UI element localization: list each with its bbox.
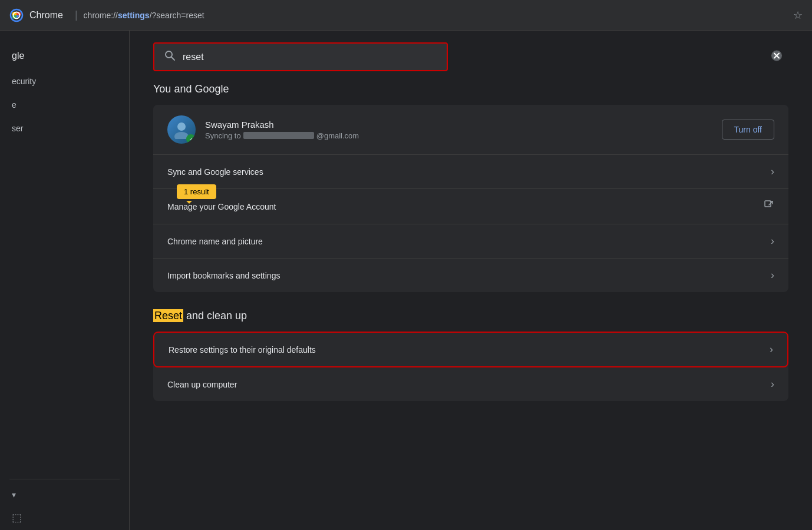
turn-off-button[interactable]: Turn off [722,120,774,140]
sidebar-item-ser[interactable]: ser [0,117,129,140]
titlebar-divider: | [75,9,78,21]
chrome-name-picture-label: Chrome name and picture [167,237,771,246]
sync-google-services-item[interactable]: Sync and Google services › [153,155,788,189]
sidebar-item-security[interactable]: ecurity [0,69,129,93]
sidebar-external-link-icon[interactable]: ⬚ [0,505,129,530]
search-box[interactable] [153,42,448,71]
profile-email: Syncing to @gmail.com [205,131,722,140]
main-layout: gle ecurity e ser ▾ ⬚ [0,31,812,530]
chrome-name-arrow-icon: › [771,235,774,247]
sidebar-item-e[interactable]: e [0,93,129,117]
profile-info: Swayam Prakash Syncing to @gmail.com [205,120,722,140]
you-and-google-title: You and Google [153,83,788,95]
import-bookmarks-item[interactable]: Import bookmarks and settings › [153,259,788,292]
cleanup-computer-item[interactable]: Clean up computer › [153,367,788,401]
email-redacted [243,132,314,139]
profile-row: ✓ Swayam Prakash Syncing to @gmail.com T… [153,105,788,155]
chrome-browser-label: Chrome [29,10,63,21]
sidebar-item-google[interactable]: gle [0,42,129,69]
email-suffix: @gmail.com [316,131,359,140]
cleanup-label: Clean up computer [167,380,771,389]
reset-section-title: Reset and clean up [153,310,788,322]
sidebar-collapse-icon[interactable]: ▾ [0,484,129,505]
restore-settings-arrow-icon: › [770,343,773,356]
url-suffix: /?search=reset [150,11,204,20]
sidebar: gle ecurity e ser ▾ ⬚ [0,31,130,530]
settings-content: You and Google ✓ [130,31,812,530]
syncing-prefix: Syncing to [205,131,241,140]
cleanup-arrow-icon: › [771,378,774,390]
manage-google-account-item[interactable]: 1 result Manage your Google Account [153,189,788,224]
sync-services-arrow-icon: › [771,165,774,178]
avatar: ✓ [167,115,196,144]
search-result-tooltip: 1 result [177,184,216,199]
sync-services-label: Sync and Google services [167,167,771,177]
sync-badge: ✓ [186,134,196,144]
search-container [130,31,812,83]
search-icon [164,49,176,64]
search-input[interactable] [183,52,437,62]
reset-suffix: and clean up [183,310,247,322]
chrome-icon [9,8,24,22]
manage-account-external-icon [764,200,774,213]
search-clear-icon[interactable] [771,49,783,64]
svg-line-4 [171,57,175,61]
titlebar: Chrome | chrome://settings/?search=reset… [0,0,812,31]
restore-settings-label: Restore settings to their original defau… [169,345,770,355]
restore-settings-item[interactable]: Restore settings to their original defau… [153,332,788,367]
profile-name: Swayam Prakash [205,120,722,130]
manage-account-label: Manage your Google Account [167,202,764,211]
reset-section: Reset and clean up Restore settings to t… [130,310,812,419]
bookmark-star-icon[interactable]: ☆ [793,9,803,22]
reset-highlight: Reset [153,309,183,322]
chrome-name-picture-item[interactable]: Chrome name and picture › [153,224,788,259]
svg-point-8 [177,122,186,131]
you-and-google-card: ✓ Swayam Prakash Syncing to @gmail.com T… [153,105,788,292]
import-bookmarks-arrow-icon: › [771,269,774,281]
url-bold: settings [118,11,150,20]
titlebar-url: chrome://settings/?search=reset [84,11,204,20]
url-prefix: chrome:// [84,11,118,20]
import-bookmarks-label: Import bookmarks and settings [167,271,771,280]
sidebar-divider [9,479,120,479]
you-and-google-section: You and Google ✓ [130,83,812,310]
reset-card: Restore settings to their original defau… [153,332,788,401]
